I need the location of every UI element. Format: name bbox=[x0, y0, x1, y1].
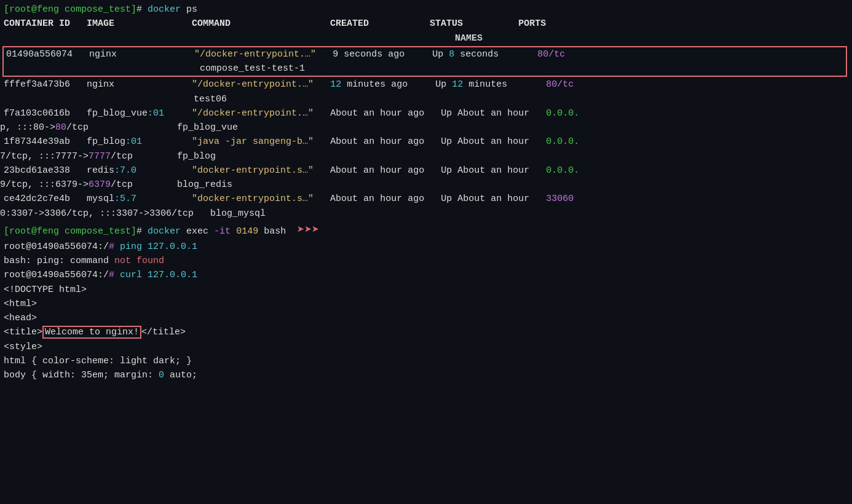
terminal-content: [root@feng compose_test]# docker ps CONT… bbox=[0, 2, 852, 382]
terminal-window: [root@feng compose_test]# docker ps CONT… bbox=[0, 0, 852, 504]
table-row-5: 23bcd61ae338 redis:7.0 "docker-entrypoin… bbox=[0, 165, 579, 190]
html-title-line: <title>Welcome to nginx!</title> bbox=[0, 327, 189, 337]
prompt-hash: # bbox=[136, 4, 148, 15]
html-rule-2: body { width: 35em; margin: 0 auto; bbox=[0, 370, 201, 380]
inner-prompt-curl: root@01490a556074:/# curl 127.0.0.1 bbox=[0, 270, 201, 280]
table-row-3: f7a103c0616b fp_blog_vue:01 "/docker-ent… bbox=[0, 108, 579, 133]
html-html: <html> bbox=[0, 299, 41, 309]
table-row-2: fffef3a473b6 nginx "/docker-entrypoint.…… bbox=[0, 79, 574, 104]
prompt-user: [root@feng compose_test] bbox=[4, 4, 136, 15]
html-doctype: <!DOCTYPE html> bbox=[0, 285, 90, 295]
cmd-docker: docker bbox=[148, 4, 181, 15]
table-row-4: 1f87344e39ab fp_blog:01 "java -jar sange… bbox=[0, 136, 579, 161]
table-row-6: ce42dc2c7e4b mysql:5.7 "docker-entrypoin… bbox=[0, 194, 574, 218]
table-row-1-line1: 01490a556074 nginx "/docker-entrypoint.…… bbox=[2, 46, 847, 77]
command-line-2: [root@feng compose_test]# docker exec -i… bbox=[0, 226, 323, 237]
cmd-space: ps bbox=[181, 4, 197, 15]
command-line-1: [root@feng compose_test]# docker ps bbox=[0, 4, 201, 15]
html-rule-1: html { color-scheme: light dark; } bbox=[0, 356, 195, 366]
html-head: <head> bbox=[0, 313, 41, 323]
html-style: <style> bbox=[0, 342, 46, 352]
ping-error: bash: ping: command not found bbox=[0, 256, 168, 266]
inner-prompt-ping: root@01490a556074:/# ping 127.0.0.1 bbox=[0, 242, 201, 252]
table-header: CONTAINER ID IMAGE COMMAND CREATED STATU… bbox=[0, 18, 546, 43]
